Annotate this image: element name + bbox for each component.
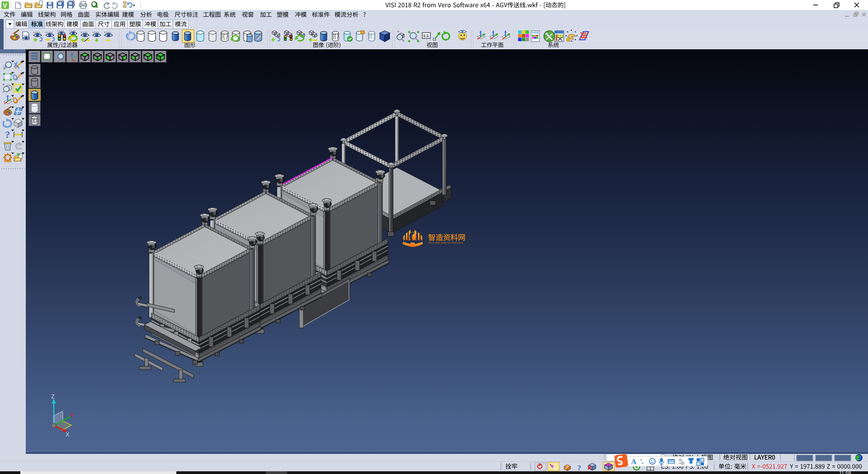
svg-text:+: + xyxy=(2,82,5,87)
svg-text:Y: Y xyxy=(70,412,74,419)
svg-text:+: + xyxy=(567,38,569,42)
svg-text:A: A xyxy=(631,458,637,465)
svg-text:11:58: 11:58 xyxy=(839,470,851,474)
svg-text:Z: Z xyxy=(51,393,55,400)
svg-text:7: 7 xyxy=(682,462,684,465)
svg-text:1:1: 1:1 xyxy=(423,33,429,38)
svg-text:?: ? xyxy=(5,129,10,140)
svg-text:▾: ▾ xyxy=(133,3,135,8)
svg-text:V: V xyxy=(3,2,7,9)
svg-text:?: ? xyxy=(577,464,581,472)
svg-text:+: + xyxy=(566,466,568,470)
svg-text:+: + xyxy=(397,29,399,34)
svg-text:’,: ’, xyxy=(640,458,643,465)
svg-text:X: X xyxy=(66,431,70,438)
